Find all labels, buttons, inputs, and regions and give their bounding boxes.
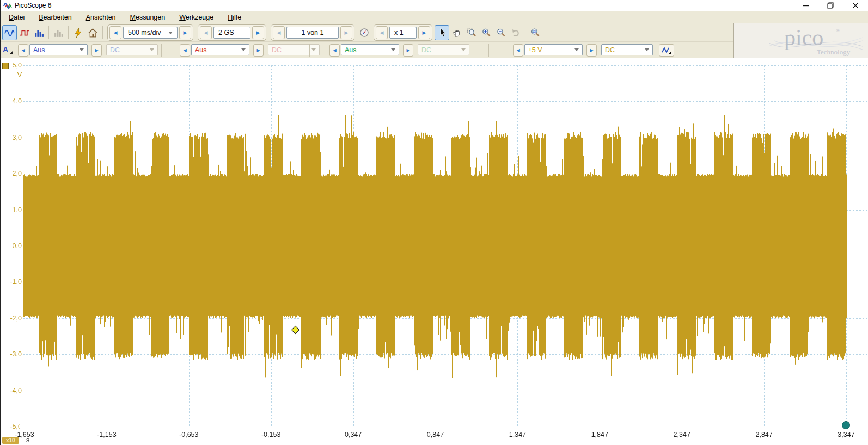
compass-icon (359, 28, 369, 38)
measurements-compass-button[interactable] (357, 25, 371, 40)
x-axis-tick-label: -0,153 (254, 431, 289, 438)
cursor-arrow-icon (437, 28, 447, 38)
samples-increase-button[interactable]: ▶ (252, 26, 264, 39)
channel-d-range-decrease-button[interactable]: ◀ (513, 44, 523, 57)
samples-input[interactable]: 2 GS (213, 27, 250, 39)
channel-a-range-decrease-button[interactable]: ◀ (18, 44, 28, 57)
home-icon (88, 28, 98, 38)
chevron-down-icon (574, 48, 579, 51)
zoom-out-tool-button[interactable] (493, 25, 508, 40)
x-axis-tick-label: 2,847 (747, 431, 781, 438)
spectrum-view-button[interactable] (32, 25, 46, 40)
hand-pan-tool-button[interactable] (449, 25, 464, 40)
axis-origin-handle[interactable] (20, 423, 26, 429)
histogram-icon (34, 28, 44, 38)
channel-b-range-increase-button[interactable]: ▶ (253, 44, 264, 57)
channel-c-coupling-value: DC (421, 46, 431, 54)
scroll-position-marker[interactable] (842, 421, 850, 429)
close-button[interactable] (843, 0, 868, 11)
x-axis-tick-label: 0,347 (336, 431, 371, 438)
zoom-selection-tool-button[interactable] (464, 25, 479, 40)
menu-item-bearbeiten[interactable]: Bearbeiten (39, 14, 71, 21)
timebase-decrease-button[interactable]: ◀ (109, 26, 121, 39)
chevron-down-icon (168, 32, 173, 34)
toolbar-separator (102, 26, 103, 39)
zoom-100-button[interactable]: 100 (528, 25, 542, 40)
channel-b-range-select[interactable]: Aus (191, 44, 249, 55)
channel-a-range-select[interactable]: Aus (29, 44, 88, 55)
marquee-zoom-icon (467, 28, 476, 38)
menu-item-messungen[interactable]: Messungen (130, 14, 166, 21)
chevron-down-icon (461, 48, 466, 51)
menu-item-hilfe[interactable]: Hilfe (228, 14, 241, 21)
zoom-in-tool-button[interactable] (479, 25, 493, 40)
logo-panel: pico ® Technology (733, 23, 868, 58)
axis-multiplier-badge: x10 (2, 437, 19, 444)
undo-zoom-button (508, 25, 523, 40)
auto-setup-button[interactable] (71, 25, 85, 40)
toolbar-region: ◀ 500 ms/div ▶ ◀ 2 GS ▶ ◀ 1 von 1 ▶ (1, 23, 868, 58)
channel-d-range-select[interactable]: ±5 V (524, 44, 583, 55)
channel-c-range-select[interactable]: Aus (341, 44, 399, 55)
x-axis-tick-label: 1,347 (500, 431, 535, 438)
menu-item-ansichten[interactable]: Ansichten (86, 14, 116, 21)
persistence-view-button[interactable] (17, 25, 32, 40)
hand-icon (452, 28, 462, 38)
page-previous-button[interactable]: ◀ (273, 26, 285, 39)
logo-tagline: Technology (817, 48, 851, 56)
channel-c-range-decrease-button[interactable]: ◀ (329, 44, 340, 57)
scope-view: V 5,04,03,02,01,00,0-1,0-2,0-3,0-4,0-5,0… (1, 58, 868, 445)
channel-d-coupling-value: DC (605, 46, 615, 54)
zoom-factor-input[interactable]: x 1 (389, 27, 417, 39)
normal-selection-tool-button[interactable] (435, 25, 449, 40)
menu-item-werkzeuge[interactable]: Werkzeuge (179, 14, 213, 21)
chevron-down-icon (311, 48, 316, 51)
x-axis-tick-label: -0,653 (172, 431, 206, 438)
page-value: 1 von 1 (301, 29, 323, 36)
channel-c-range-increase-button[interactable]: ▶ (403, 44, 413, 57)
page-indicator: 1 von 1 (286, 27, 339, 39)
picoscope-window: { "window": { "title": "PicoScope 6" }, … (0, 0, 868, 445)
timebase-value: 500 ms/div (128, 29, 161, 36)
zoom-decrease-button[interactable]: ◀ (376, 26, 388, 39)
x-axis-tick-label: 3,347 (829, 431, 864, 438)
zoom-factor-group: ◀ x 1 ▶ (374, 24, 432, 41)
menu-item-datei[interactable]: Datei (9, 14, 25, 21)
channel-d-range-increase-button[interactable]: ▶ (586, 44, 597, 57)
y-axis-tick-label: -3,0 (2, 350, 22, 358)
home-settings-button[interactable] (85, 25, 100, 40)
channel-b-range-decrease-button[interactable]: ◀ (180, 44, 190, 57)
y-axis-tick-label: 0,0 (2, 242, 22, 250)
y-axis-tick-label: 2,0 (2, 170, 22, 177)
histogram-disabled-icon (53, 28, 64, 38)
undo-icon (511, 28, 521, 38)
waveform-plot[interactable] (1, 58, 868, 445)
channel-b-coupling-value: DC (272, 46, 282, 54)
minimize-button[interactable] (793, 0, 818, 11)
channel-a-menu-button[interactable]: A (3, 44, 10, 55)
zoom-increase-button[interactable]: ▶ (418, 26, 430, 39)
square-wave-icon (19, 28, 29, 38)
channel-a-coupling-value: DC (110, 46, 120, 54)
channel-d-range-value: ±5 V (528, 46, 542, 54)
channel-d-coupling-select[interactable]: DC (601, 44, 653, 55)
zoom-in-icon (481, 28, 491, 38)
window-title: PicoScope 6 (15, 2, 51, 9)
chevron-down-icon (391, 48, 395, 51)
restore-button[interactable] (818, 0, 843, 11)
channel-options-waveform-button[interactable] (659, 44, 674, 57)
timebase-increase-button[interactable]: ▶ (179, 26, 191, 39)
page-next-button[interactable]: ▶ (340, 26, 352, 39)
y-axis-tick-label: 4,0 (2, 97, 22, 105)
spectrum-disabled-button (51, 25, 66, 40)
channel-a-range-value: Aus (33, 46, 45, 54)
scope-view-button[interactable] (2, 25, 17, 40)
channel-b-range-value: Aus (195, 46, 207, 54)
y-axis-tick-label: 3,0 (2, 134, 22, 141)
pico-technology-logo: pico ® Technology (736, 24, 866, 57)
channel-a-range-increase-button[interactable]: ▶ (91, 44, 102, 57)
samples-decrease-button[interactable]: ◀ (200, 26, 212, 39)
timebase-select[interactable]: 500 ms/div (123, 27, 178, 39)
page-group: ◀ 1 von 1 ▶ (271, 24, 354, 41)
restore-icon (827, 2, 834, 9)
